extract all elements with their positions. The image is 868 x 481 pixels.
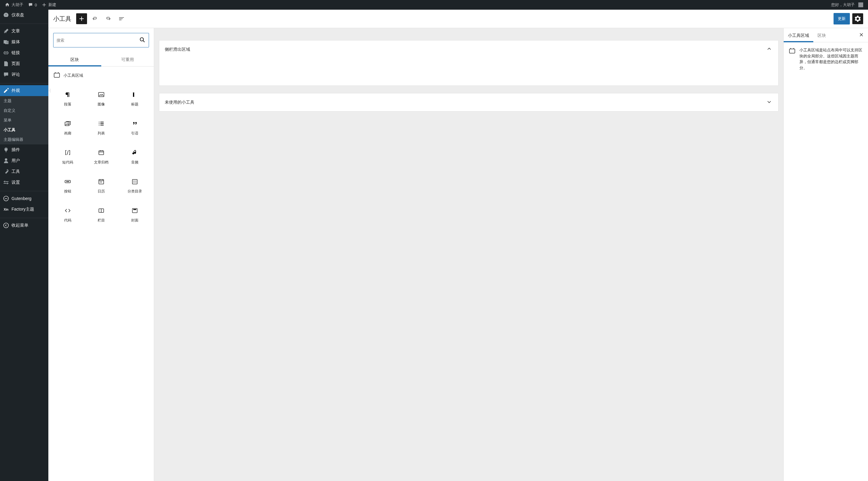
widget-area-title: 未使用的小工具 <box>165 100 194 105</box>
sidebar-item-label: 页面 <box>11 61 20 66</box>
home-icon <box>5 2 10 7</box>
sidebar-item-tools[interactable]: 工具 <box>0 166 49 177</box>
collapse-icon <box>3 222 9 228</box>
pin-icon <box>3 28 9 34</box>
sidebar-item-label: 外观 <box>11 88 20 93</box>
list-icon <box>98 120 105 127</box>
editor-toolbar: 小工具 更新 <box>49 10 868 28</box>
block-item-columns[interactable]: 栏目 <box>84 200 118 229</box>
undo-button[interactable] <box>89 13 100 24</box>
tab-widget-area[interactable]: 小工具区域 <box>784 28 813 42</box>
gallery-icon <box>64 120 71 127</box>
svg-rect-7 <box>66 181 69 182</box>
topbar-account[interactable]: 您好，大胡子 <box>829 0 866 10</box>
add-block-button[interactable] <box>76 13 87 24</box>
tab-block[interactable]: 区块 <box>813 28 830 42</box>
block-item-gallery[interactable]: 画廊 <box>51 113 84 142</box>
sidebar-item-posts[interactable]: 文章 <box>0 26 49 37</box>
page-title: 小工具 <box>53 15 71 23</box>
editor-toolbar-right: 更新 <box>834 13 863 25</box>
site-name: 大胡子 <box>11 2 23 7</box>
block-item-label: 图像 <box>98 102 105 107</box>
sidebar-item-collapse[interactable]: 收起菜单 <box>0 220 49 231</box>
block-item-cover[interactable]: 封面 <box>118 200 151 229</box>
close-settings-button[interactable] <box>855 32 868 38</box>
submenu-item-customize[interactable]: 自定义 <box>0 106 49 116</box>
submenu-item-theme-editor[interactable]: 主题编辑器 <box>0 135 49 145</box>
sidebar-item-links[interactable]: 链接 <box>0 47 49 58</box>
topbar-right: 您好，大胡子 <box>829 0 866 10</box>
block-item-list[interactable]: 列表 <box>84 113 118 142</box>
block-item-categories[interactable]: 分类目录 <box>118 171 151 200</box>
inserter-body: 小工具区域 段落图像标题画廊列表引语短代码文章归档音频按钮日历分类目录代码栏目封… <box>49 66 154 481</box>
button-icon <box>64 178 71 185</box>
sidebar-item-factory-theme[interactable]: Xin Factory主题 <box>0 204 49 215</box>
settings-panel: 小工具区域 区块 小工具区域是站点布局中可以支持区块的全局部分。这些区域因主题而… <box>783 28 868 481</box>
block-item-image[interactable]: 图像 <box>84 84 118 113</box>
block-item-heading[interactable]: 标题 <box>118 84 151 113</box>
submenu-item-menus[interactable]: 菜单 <box>0 116 49 125</box>
block-item-button[interactable]: 按钮 <box>51 171 84 200</box>
block-item-paragraph[interactable]: 段落 <box>51 84 84 113</box>
search-box <box>53 33 149 47</box>
block-item-audio[interactable]: 音频 <box>118 142 151 171</box>
topbar-site-home[interactable]: 大胡子 <box>2 0 26 10</box>
sidebar-item-dashboard[interactable]: 仪表盘 <box>0 10 49 21</box>
greeting-text: 您好，大胡子 <box>831 2 855 7</box>
sidebar-item-appearance[interactable]: 外观 <box>0 85 49 96</box>
svg-point-14 <box>134 182 135 183</box>
block-item-quote[interactable]: 引语 <box>118 113 151 142</box>
category-label: 小工具区域 <box>63 73 83 78</box>
svg-point-13 <box>133 182 134 183</box>
sidebar-item-settings[interactable]: 设置 <box>0 177 49 188</box>
block-item-calendar[interactable]: 日历 <box>84 171 118 200</box>
submenu-item-themes[interactable]: 主题 <box>0 96 49 106</box>
sidebar-item-label: 收起菜单 <box>11 223 28 228</box>
media-icon <box>3 39 9 45</box>
redo-button[interactable] <box>103 13 114 24</box>
block-item-label: 引语 <box>131 131 138 136</box>
block-item-label: 音频 <box>131 160 138 165</box>
comment-icon <box>28 2 33 7</box>
sidebar-item-gutenberg[interactable]: Gutenberg <box>0 193 49 204</box>
chevron-down-icon <box>766 98 773 106</box>
block-item-shortcode[interactable]: 短代码 <box>51 142 84 171</box>
sidebar-item-label: 媒体 <box>11 39 20 45</box>
settings-toggle-button[interactable] <box>852 13 863 24</box>
list-view-button[interactable] <box>116 13 127 24</box>
search-input[interactable] <box>57 38 139 42</box>
admin-topbar: 大胡子 0 新建 您好，大胡子 <box>0 0 868 10</box>
widget-area-icon <box>788 47 796 71</box>
sidebar-item-label: 文章 <box>11 28 20 34</box>
sidebar-item-label: 链接 <box>11 50 20 56</box>
widget-area-body[interactable] <box>159 58 778 86</box>
block-item-archives[interactable]: 文章归档 <box>84 142 118 171</box>
sidebar-item-users[interactable]: 用户 <box>0 155 49 166</box>
update-button[interactable]: 更新 <box>834 13 850 25</box>
sidebar-item-comments[interactable]: 评论 <box>0 69 49 80</box>
widget-area-icon <box>53 71 60 79</box>
svg-rect-19 <box>789 49 795 53</box>
svg-rect-4 <box>65 122 69 126</box>
tab-blocks[interactable]: 区块 <box>49 52 101 66</box>
widget-area-toggle[interactable]: 未使用的小工具 <box>159 93 778 111</box>
block-item-code[interactable]: 代码 <box>51 200 84 229</box>
tab-reusable[interactable]: 可重用 <box>101 52 154 66</box>
inserter-category-widget-area[interactable]: 小工具区域 <box>49 66 154 82</box>
editor-canvas[interactable]: 侧栏滑出区域 未使用的小工具 <box>154 28 783 481</box>
topbar-comments[interactable]: 0 <box>26 0 39 10</box>
svg-point-11 <box>134 181 135 181</box>
archives-icon <box>98 149 105 156</box>
sidebar-item-label: 插件 <box>11 147 20 153</box>
widget-area-toggle[interactable]: 侧栏滑出区域 <box>159 40 778 58</box>
topbar-new[interactable]: 新建 <box>39 0 59 10</box>
block-item-label: 标题 <box>131 102 138 107</box>
sidebar-item-plugins[interactable]: 插件 <box>0 145 49 155</box>
submenu-item-widgets[interactable]: 小工具 <box>0 125 49 135</box>
link-icon <box>3 50 9 56</box>
sidebar-item-pages[interactable]: 页面 <box>0 58 49 69</box>
svg-rect-17 <box>132 209 137 213</box>
block-item-label: 按钮 <box>64 189 71 194</box>
sidebar-item-media[interactable]: 媒体 <box>0 37 49 47</box>
editor-toolbar-left: 小工具 <box>53 13 127 24</box>
